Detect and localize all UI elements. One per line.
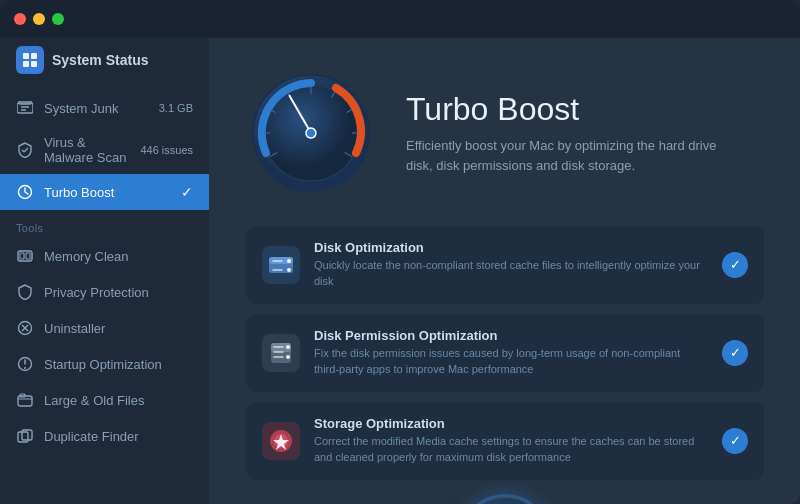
sidebar-item-turbo-boost[interactable]: Turbo Boost ✓ [0, 174, 209, 210]
sidebar-item-uninstaller[interactable]: Uninstaller [0, 310, 209, 346]
large-old-files-icon [16, 391, 34, 409]
memory-clean-icon [16, 247, 34, 265]
disk-permission-card: Disk Permission Optimization Fix the dis… [246, 314, 764, 392]
system-junk-icon [16, 99, 34, 117]
memory-clean-label: Memory Clean [44, 249, 193, 264]
disk-permission-title: Disk Permission Optimization [314, 328, 708, 343]
svg-rect-19 [18, 396, 32, 406]
minimize-button[interactable] [33, 13, 45, 25]
sidebar-item-duplicate-finder[interactable]: Duplicate Finder [0, 418, 209, 454]
feature-list: Disk Optimization Quickly locate the non… [246, 226, 764, 480]
app-window: System Status System Junk 3.1 GB [0, 0, 800, 504]
main-layout: System Status System Junk 3.1 GB [0, 38, 800, 504]
system-junk-label: System Junk [44, 101, 149, 116]
disk-optimization-check: ✓ [722, 252, 748, 278]
storage-optimization-text: Storage Optimization Correct the modifie… [314, 416, 708, 466]
svg-rect-3 [31, 61, 37, 67]
startup-optimization-icon [16, 355, 34, 373]
disk-permission-desc: Fix the disk permission issues caused by… [314, 346, 708, 378]
storage-optimization-desc: Correct the modified Media cache setting… [314, 434, 708, 466]
storage-optimization-card: Storage Optimization Correct the modifie… [246, 402, 764, 480]
duplicate-finder-label: Duplicate Finder [44, 429, 193, 444]
system-junk-badge: 3.1 GB [159, 102, 193, 114]
speedometer-gauge [246, 68, 376, 198]
boost-container: Boost [246, 480, 764, 504]
svg-rect-1 [31, 53, 37, 59]
privacy-protection-icon [16, 283, 34, 301]
sidebar-item-startup-optimization[interactable]: Startup Optimization [0, 346, 209, 382]
sidebar-item-memory-clean[interactable]: Memory Clean [0, 238, 209, 274]
svg-point-45 [286, 355, 290, 359]
content-header: Turbo Boost Efficiently boost your Mac b… [246, 68, 764, 198]
content-title-area: Turbo Boost Efficiently boost your Mac b… [406, 91, 764, 175]
gauge-container [246, 68, 376, 198]
sidebar-item-system-junk[interactable]: System Junk 3.1 GB [0, 90, 209, 126]
sidebar-item-large-old-files[interactable]: Large & Old Files [0, 382, 209, 418]
svg-line-9 [24, 148, 28, 152]
tools-section-label: Tools [0, 210, 209, 238]
large-old-files-label: Large & Old Files [44, 393, 193, 408]
svg-rect-12 [20, 253, 24, 259]
disk-optimization-text: Disk Optimization Quickly locate the non… [314, 240, 708, 290]
startup-optimization-label: Startup Optimization [44, 357, 193, 372]
svg-rect-0 [23, 53, 29, 59]
disk-optimization-title: Disk Optimization [314, 240, 708, 255]
turbo-boost-label: Turbo Boost [44, 185, 171, 200]
svg-rect-13 [26, 253, 30, 259]
storage-optimization-title: Storage Optimization [314, 416, 708, 431]
active-checkmark: ✓ [181, 184, 193, 200]
svg-point-18 [24, 367, 26, 369]
close-button[interactable] [14, 13, 26, 25]
content-title: Turbo Boost [406, 91, 764, 128]
sidebar-item-privacy-protection[interactable]: Privacy Protection [0, 274, 209, 310]
disk-permission-check: ✓ [722, 340, 748, 366]
uninstaller-icon [16, 319, 34, 337]
malware-scan-label: Virus & Malware Scan [44, 135, 130, 165]
traffic-lights [14, 13, 64, 25]
app-title: System Status [52, 52, 148, 68]
sidebar: System Status System Junk 3.1 GB [0, 38, 210, 504]
app-icon [16, 46, 44, 74]
maximize-button[interactable] [52, 13, 64, 25]
disk-optimization-desc: Quickly locate the non-compliant stored … [314, 258, 708, 290]
disk-permission-text: Disk Permission Optimization Fix the dis… [314, 328, 708, 378]
malware-scan-icon [16, 141, 34, 159]
boost-button[interactable]: Boost [460, 494, 550, 504]
svg-point-38 [287, 259, 291, 263]
disk-permission-icon [262, 334, 300, 372]
sidebar-item-malware-scan[interactable]: Virus & Malware Scan 446 issues [0, 126, 209, 174]
svg-point-39 [287, 268, 291, 272]
duplicate-finder-icon [16, 427, 34, 445]
storage-optimization-icon [262, 422, 300, 460]
disk-optimization-card: Disk Optimization Quickly locate the non… [246, 226, 764, 304]
malware-scan-badge: 446 issues [140, 144, 193, 156]
disk-optimization-icon [262, 246, 300, 284]
content-area: Turbo Boost Efficiently boost your Mac b… [210, 38, 800, 504]
uninstaller-label: Uninstaller [44, 321, 193, 336]
content-description: Efficiently boost your Mac by optimizing… [406, 136, 746, 175]
svg-rect-2 [23, 61, 29, 67]
titlebar [0, 0, 800, 38]
storage-optimization-check: ✓ [722, 428, 748, 454]
turbo-boost-icon [16, 183, 34, 201]
privacy-protection-label: Privacy Protection [44, 285, 193, 300]
svg-point-44 [286, 345, 290, 349]
sidebar-logo: System Status [0, 46, 209, 90]
